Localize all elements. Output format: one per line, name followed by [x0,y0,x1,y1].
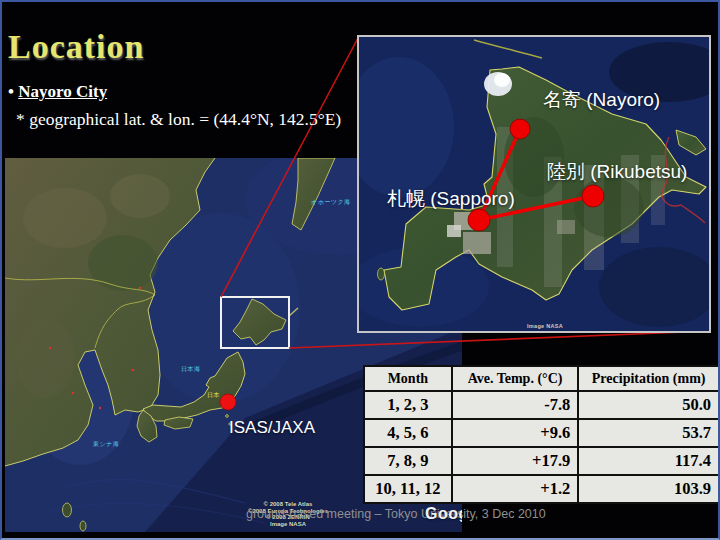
cell-months: 7, 8, 9 [364,447,452,475]
cell-temp: +9.6 [452,419,579,447]
cell-months: 1, 2, 3 [364,391,452,419]
presentation-slide: 日本海 東シナ海 オホーツク海 日本 ISAS/JAXA © 2008 Tele… [0,0,720,540]
rikubetsu-label: 陸別 (Rikubetsu) [547,159,687,185]
okushiri-island [378,268,385,280]
table-header-row: Month Ave. Temp. (°C) Precipitation (mm) [364,366,719,391]
cell-months: 4, 5, 6 [364,419,452,447]
isas-jaxa-label: ISAS/JAXA [229,418,315,438]
col-header-avg-temp: Ave. Temp. (°C) [452,366,579,391]
google-watermark: Google [425,505,462,523]
cell-precip: 53.7 [578,419,719,447]
rikubetsu-marker [582,185,604,207]
cell-temp: +1.2 [452,475,579,503]
inset-image-credit: Image NASA [527,323,563,329]
hokkaido-inset-map: 名寄 (Nayoro) 陸別 (Rikubetsu) 札幌 (Sapporo) … [357,35,711,333]
text-block: Location • Nayoro City * geographical la… [8,28,341,130]
sapporo-marker [468,209,490,231]
sea-of-okhotsk-label: オホーツク海 [311,198,351,207]
nayoro-label: 名寄 (Nayoro) [543,87,660,113]
cell-temp: -7.8 [452,391,579,419]
bullet-marker: • [8,82,14,101]
isas-jaxa-marker [220,394,236,410]
east-china-sea-label: 東シナ海 [93,440,119,449]
cell-precip: 103.9 [578,475,719,503]
sea-of-japan-label: 日本海 [181,365,201,374]
table-row: 1, 2, 3 -7.8 50.0 [364,391,719,419]
cloud-patch [494,73,510,87]
cell-precip: 117.4 [578,447,719,475]
cell-precip: 50.0 [578,391,719,419]
col-header-month: Month [364,366,452,391]
footer-text: ground-based meeting – Tokyo University,… [246,507,546,521]
japan-label: 日本 [207,391,220,400]
col-header-precipitation: Precipitation (mm) [578,366,719,391]
bullet-nayoro-city: • Nayoro City [8,82,341,102]
page-title: Location [8,28,341,66]
cell-months: 10, 11, 12 [364,475,452,503]
cell-temp: +17.9 [452,447,579,475]
table-row: 10, 11, 12 +1.2 103.9 [364,475,719,503]
coordinates-text: * geographical lat. & lon. = (44.4°N, 14… [16,109,341,130]
sapporo-label: 札幌 (Sapporo) [387,186,515,212]
climate-table: Month Ave. Temp. (°C) Precipitation (mm)… [363,365,720,504]
attribution-line: Image NASA [235,521,341,528]
table-row: 4, 5, 6 +9.6 53.7 [364,419,719,447]
bullet-text: Nayoro City [18,82,107,101]
nayoro-marker [510,119,530,139]
table-row: 7, 8, 9 +17.9 117.4 [364,447,719,475]
